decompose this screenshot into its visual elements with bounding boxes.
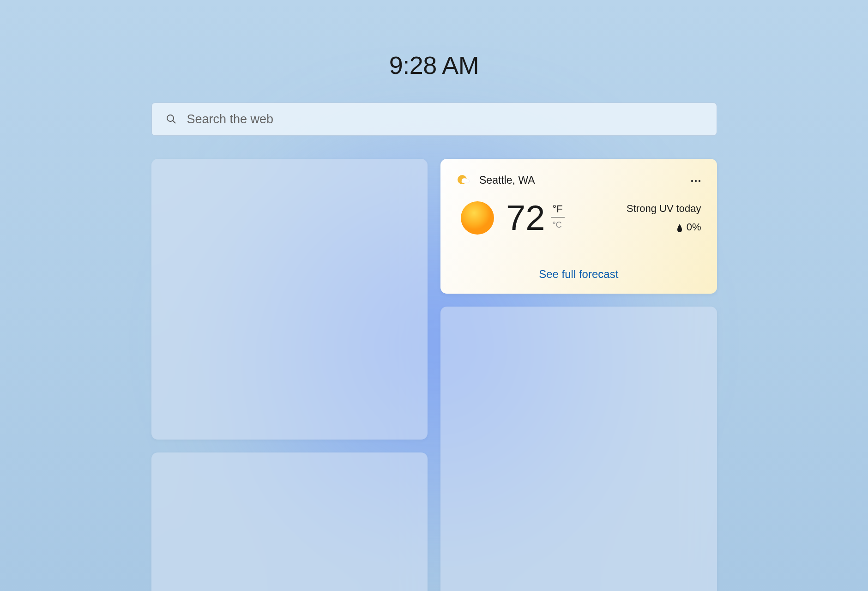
weather-app-icon [456, 173, 471, 187]
sun-icon [460, 200, 495, 235]
svg-point-3 [691, 180, 693, 182]
weather-location: Seattle, WA [479, 174, 535, 187]
search-bar[interactable] [151, 103, 717, 136]
svg-point-0 [167, 115, 174, 121]
svg-line-1 [173, 121, 175, 123]
precipitation-display: 0% [676, 221, 701, 233]
more-options-icon [690, 180, 701, 182]
svg-point-6 [461, 201, 494, 235]
unit-fahrenheit-toggle[interactable]: °F [551, 203, 565, 217]
search-icon [166, 114, 177, 125]
weather-widget[interactable]: Seattle, WA [440, 159, 717, 294]
svg-point-4 [694, 180, 696, 182]
temperature-value: 72 [506, 200, 545, 235]
more-options-button[interactable] [688, 174, 701, 186]
clock-display: 9:28 AM [151, 51, 717, 79]
svg-point-5 [698, 180, 700, 182]
widget-placeholder-bottom-right[interactable] [440, 307, 717, 591]
full-forecast-link[interactable]: See full forecast [456, 268, 701, 281]
search-input[interactable] [187, 112, 703, 127]
uv-warning-text: Strong UV today [627, 203, 701, 215]
precipitation-value: 0% [687, 221, 701, 233]
widget-placeholder-top-left[interactable] [151, 159, 428, 440]
unit-celsius-toggle[interactable]: °C [551, 218, 564, 230]
widget-placeholder-bottom-left[interactable] [151, 452, 428, 591]
water-drop-icon [676, 223, 683, 231]
widgets-board: 9:28 AM [151, 0, 717, 591]
